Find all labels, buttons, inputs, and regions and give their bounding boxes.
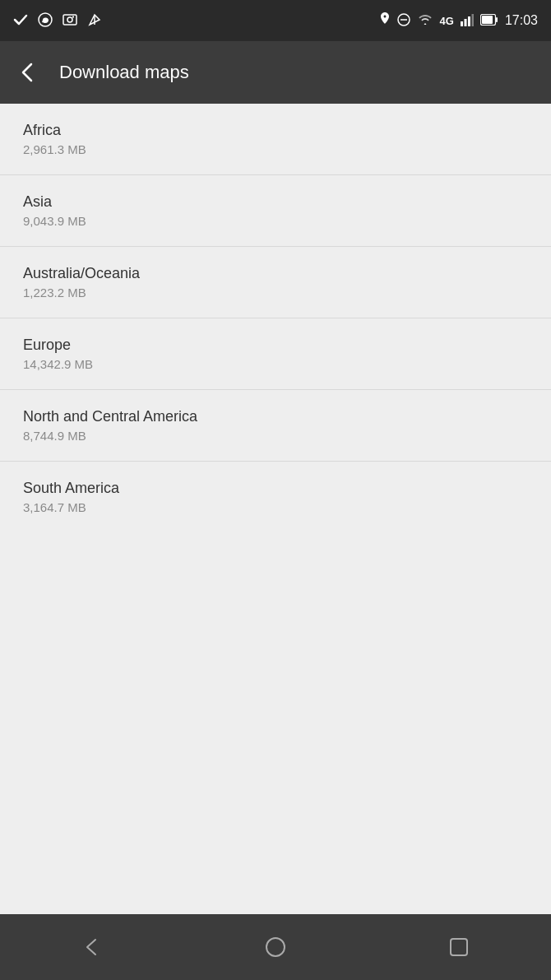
4g-icon: 4G — [440, 15, 454, 27]
minus-icon — [397, 13, 410, 29]
region-name: Australia/Oceania — [23, 265, 528, 282]
status-bar-right: 4G 17:03 — [379, 12, 538, 30]
battery-icon — [480, 14, 498, 28]
list-item[interactable]: Asia 9,043.9 MB — [0, 175, 551, 247]
nav-back-button[interactable] — [67, 922, 117, 972]
whatsapp-icon — [38, 12, 53, 30]
region-size: 1,223.2 MB — [23, 286, 528, 300]
feather-icon — [87, 12, 102, 30]
region-size: 8,744.9 MB — [23, 429, 528, 443]
nav-recent-button[interactable] — [434, 922, 484, 972]
region-name: North and Central America — [23, 408, 528, 425]
svg-rect-1 — [63, 15, 76, 25]
svg-rect-13 — [496, 17, 498, 22]
wifi-icon — [417, 13, 433, 29]
bottom-nav — [0, 914, 551, 980]
svg-rect-10 — [471, 14, 474, 26]
region-size: 9,043.9 MB — [23, 214, 528, 228]
back-button[interactable] — [16, 61, 39, 84]
status-bar: 4G 17:03 — [0, 0, 551, 41]
nav-home-button[interactable] — [251, 922, 300, 972]
check-icon — [13, 12, 28, 30]
svg-point-2 — [67, 17, 72, 22]
svg-rect-9 — [468, 16, 470, 26]
svg-rect-3 — [72, 16, 74, 17]
svg-point-14 — [266, 938, 285, 956]
svg-rect-12 — [482, 16, 493, 24]
status-bar-left — [13, 12, 102, 30]
region-name: Europe — [23, 337, 528, 354]
signal-icon — [461, 13, 474, 29]
list-item[interactable]: Australia/Oceania 1,223.2 MB — [0, 247, 551, 318]
svg-rect-15 — [451, 939, 467, 955]
list-item[interactable]: North and Central America 8,744.9 MB — [0, 390, 551, 462]
regions-list: Africa 2,961.3 MB Asia 9,043.9 MB Austra… — [0, 104, 551, 914]
list-item[interactable]: Europe 14,342.9 MB — [0, 318, 551, 390]
svg-rect-7 — [461, 21, 463, 26]
region-size: 2,961.3 MB — [23, 142, 528, 156]
photo-icon — [63, 12, 77, 30]
region-size: 14,342.9 MB — [23, 357, 528, 371]
list-item[interactable]: Africa 2,961.3 MB — [0, 104, 551, 175]
location-icon — [379, 12, 391, 30]
status-time: 17:03 — [505, 13, 538, 28]
list-item[interactable]: South America 3,164.7 MB — [0, 462, 551, 532]
region-size: 3,164.7 MB — [23, 500, 528, 514]
region-name: South America — [23, 480, 528, 497]
region-name: Asia — [23, 193, 528, 211]
svg-rect-8 — [464, 19, 466, 26]
region-name: Africa — [23, 122, 528, 139]
app-bar: Download maps — [0, 41, 551, 104]
page-title: Download maps — [59, 62, 189, 83]
